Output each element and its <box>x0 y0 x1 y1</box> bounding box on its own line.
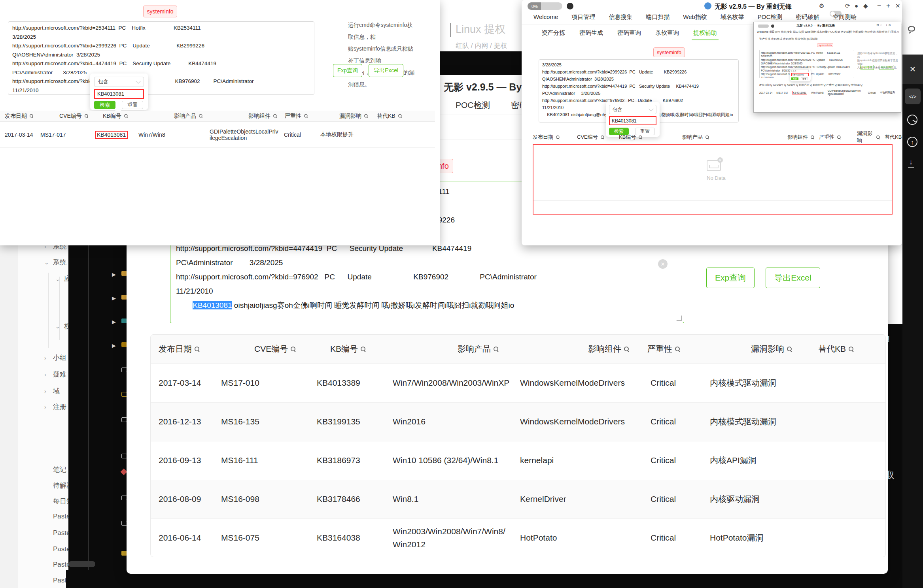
column-header[interactable]: 发布日期 <box>0 113 55 120</box>
column-header[interactable]: 漏洞影响 <box>743 343 810 356</box>
search-icon[interactable] <box>494 347 499 352</box>
tab-item[interactable]: 信息搜集 <box>609 13 632 21</box>
column-header[interactable]: 发布日期 <box>151 343 246 356</box>
column-header[interactable]: 影响产品 <box>169 113 244 120</box>
search-icon[interactable] <box>849 347 854 352</box>
search-icon[interactable] <box>837 135 841 139</box>
sidebar-item[interactable]: › 注册 <box>44 402 66 411</box>
column-header[interactable]: 替代KB <box>372 113 403 120</box>
table-row[interactable]: 2017-03-14 MS17-017 KB4013081 Win7/Win8 … <box>0 122 435 148</box>
column-header[interactable]: 影响组件 <box>244 113 280 120</box>
search-icon[interactable] <box>199 114 202 118</box>
sidebar-item[interactable]: › 小组 <box>44 353 66 362</box>
expand-triangle-icon[interactable]: ▶ <box>112 319 116 324</box>
expand-triangle-icon[interactable]: ▶ <box>112 272 116 277</box>
export-excel-button[interactable]: 导出Excel <box>369 64 403 77</box>
column-header[interactable]: CVE编号 <box>55 113 98 120</box>
column-header[interactable]: 影响组件 <box>784 134 816 141</box>
sidebar-item[interactable]: ⌄ 系统 <box>44 258 66 267</box>
table-row[interactable]: 2016-06-14 MS16-075 KB3164038 Win2003/Wi… <box>151 519 885 557</box>
exp-query-button[interactable]: Exp查询 <box>706 268 755 288</box>
search-icon[interactable] <box>30 114 33 118</box>
expand-triangle-icon[interactable]: ▶ <box>112 343 116 348</box>
search-icon[interactable] <box>124 114 128 118</box>
tab-item[interactable]: Web指纹 <box>683 13 707 21</box>
search-icon[interactable] <box>639 135 642 139</box>
column-header[interactable]: KB编号 <box>616 134 679 141</box>
column-header[interactable]: CVE编号 <box>574 134 616 141</box>
table-row[interactable]: 2017-03-14 MS17-010 KB4013389 Win7/Win20… <box>151 364 885 403</box>
sidebar-item[interactable]: › 疑难 <box>44 370 66 379</box>
gear-icon[interactable]: ⚙ <box>819 2 824 9</box>
subtab-item[interactable]: 提权辅助 <box>693 29 717 37</box>
search-icon[interactable] <box>398 114 402 118</box>
column-header[interactable]: 影响组件 <box>580 343 639 356</box>
column-header[interactable]: 严重性 <box>280 113 335 120</box>
expand-triangle-icon[interactable]: ▶ <box>112 296 116 301</box>
column-header[interactable]: 影响产品 <box>679 134 784 141</box>
column-header[interactable]: 发布日期 <box>530 134 574 141</box>
column-header[interactable]: 漏洞影响 <box>854 130 881 144</box>
code-view-button[interactable]: </> <box>905 89 921 104</box>
sidebar-item[interactable]: › 域 <box>44 386 60 396</box>
column-header[interactable]: 漏洞影响 <box>335 113 372 120</box>
search-icon[interactable] <box>601 135 604 139</box>
subtab-item[interactable]: 杀软查询 <box>655 29 679 37</box>
search-icon[interactable] <box>811 135 814 139</box>
search-icon[interactable] <box>876 135 880 139</box>
match-mode-select[interactable]: 包含 <box>609 105 656 114</box>
horizontal-scrollbar[interactable] <box>68 561 95 567</box>
clear-icon[interactable]: ✕ <box>658 259 668 269</box>
tab-poc[interactable]: POC检测 <box>456 100 490 111</box>
search-icon[interactable] <box>304 114 308 118</box>
match-mode-select[interactable]: 包含 <box>94 77 144 87</box>
column-header[interactable]: CVE编号 <box>246 343 322 356</box>
subtab-item[interactable]: 密码查询 <box>617 29 641 37</box>
search-button[interactable]: 检索 <box>94 101 115 109</box>
toolbar-close[interactable]: ✕ <box>902 55 923 84</box>
tab-item[interactable]: 端口扫描 <box>646 13 670 21</box>
column-header[interactable]: KB编号 <box>98 113 169 120</box>
search-icon[interactable] <box>787 347 792 352</box>
filter-input[interactable]: KB4013081 <box>94 89 144 99</box>
column-header[interactable]: 严重性 <box>639 343 743 356</box>
search-icon[interactable] <box>85 114 88 118</box>
tab-item[interactable]: 密码破解 <box>796 13 819 21</box>
exp-query-button[interactable]: Exp查询 <box>333 64 362 77</box>
table-row[interactable]: 2016-08-09 MS16-098 KB3178466 Win8.1 Ker… <box>151 480 885 519</box>
sidebar-item[interactable]: 笔记 <box>44 465 66 474</box>
table-row[interactable]: 2016-09-13 MS16-111 KB3186973 Win10 1058… <box>151 441 885 480</box>
minimize-button[interactable]: − <box>877 2 881 10</box>
subtab-item[interactable]: 资产分拣 <box>541 29 565 37</box>
filter-input[interactable]: KB4013081 <box>609 116 656 125</box>
search-icon[interactable] <box>361 347 366 352</box>
column-header[interactable]: 影响产品 <box>450 343 580 356</box>
screenshot-thumbnail[interactable]: 无影 v2.9.5 — By 重剑无锋 ⚙ ◌ − + ✕ Welcome 项目… <box>753 22 901 113</box>
close-button[interactable]: ✕ <box>895 2 900 9</box>
tab-item[interactable]: 空间测绘 <box>833 13 857 21</box>
search-icon[interactable] <box>705 135 709 139</box>
download-icon[interactable]: ↓ <box>908 158 914 168</box>
systeminfo-textarea[interactable]: http://support.microsoft.com/?kbid=25341… <box>8 21 314 95</box>
tab-item[interactable]: Welcome <box>533 13 558 21</box>
table-row[interactable]: 2016-12-13 MS16-135 KB3199135 Win2016 Wi… <box>151 403 885 441</box>
subtab-item[interactable]: 密码生成 <box>579 29 603 37</box>
bug-icon[interactable]: ◆ <box>863 2 868 9</box>
gauge-icon[interactable] <box>907 115 917 125</box>
column-header[interactable]: 替代KB <box>810 343 854 356</box>
upload-icon[interactable]: ↑ <box>907 137 917 147</box>
search-icon[interactable] <box>556 135 560 139</box>
tab-item[interactable]: 项目管理 <box>571 13 595 21</box>
column-header[interactable]: 严重性 <box>816 134 854 141</box>
column-header[interactable]: KB编号 <box>322 343 450 356</box>
link-icon[interactable] <box>905 23 918 36</box>
search-icon[interactable] <box>364 114 368 118</box>
github-icon[interactable]: ● <box>855 2 858 9</box>
search-icon[interactable] <box>273 114 277 118</box>
search-icon[interactable] <box>675 347 680 352</box>
maximize-button[interactable]: + <box>886 2 890 10</box>
tab-item[interactable]: 域名枚举 <box>721 13 744 21</box>
reset-button[interactable]: 重置 <box>122 101 143 109</box>
refresh-icon[interactable]: ⟳ <box>845 2 850 9</box>
search-icon[interactable] <box>291 347 296 352</box>
